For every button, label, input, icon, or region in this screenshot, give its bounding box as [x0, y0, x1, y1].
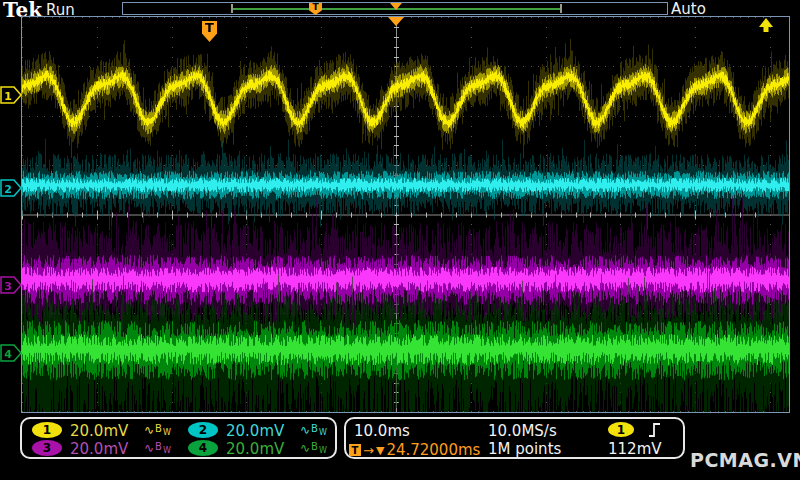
channel-4-badge: 4	[188, 440, 218, 456]
svg-text:3: 3	[4, 280, 12, 293]
channel-3-position-marker[interactable]: 3	[0, 276, 23, 294]
channel-4-scale: 20.0mV	[226, 440, 284, 458]
acquisition-preview-bar: T	[122, 2, 668, 15]
time-per-division: 10.0ms	[354, 422, 410, 440]
expansion-point-icon[interactable]	[388, 17, 404, 26]
trigger-delay-readout: T → ▼ 24.72000ms	[349, 441, 480, 459]
trigger-level-value: 112mV	[608, 440, 662, 458]
channel-4-position-marker[interactable]: 4	[0, 344, 23, 362]
sample-rate: 10.0MS/s	[488, 422, 557, 440]
svg-text:2: 2	[4, 183, 12, 196]
trigger-level-offscreen-arrow-icon[interactable]	[758, 18, 774, 33]
horizontal-trigger-readout-box: 10.0ms 10.0MS/s 1 T → ▼ 24.72000ms 1M po…	[344, 417, 685, 459]
pcmag-watermark: PCMAG.VN	[690, 449, 800, 471]
waveform-canvas	[22, 17, 789, 412]
graticule: T	[21, 16, 790, 413]
trigger-t-icon: T	[349, 444, 361, 456]
channel-4-coupling-bandwidth-icon: ∿BW	[300, 441, 328, 455]
delay-arrow-icon: →	[363, 443, 374, 458]
channel-1-coupling-bandwidth-icon: ∿BW	[144, 423, 172, 437]
trigger-slope-rising-icon	[648, 422, 661, 438]
channel-3-coupling-bandwidth-icon: ∿BW	[144, 441, 172, 455]
bar-expansion-point-icon[interactable]	[390, 3, 402, 10]
channel-2-coupling-bandwidth-icon: ∿BW	[300, 423, 328, 437]
delay-triangle-icon: ▼	[376, 444, 384, 457]
channel-2-badge: 2	[188, 422, 218, 438]
channel-2-scale: 20.0mV	[226, 422, 284, 440]
channel-2-position-marker[interactable]: 2	[0, 179, 23, 197]
trigger-delay-value: 24.72000ms	[386, 441, 480, 459]
channel-readout-box: 1 20.0mV ∿BW 2 20.0mV ∿BW 3 20.0mV ∿BW 4…	[20, 417, 337, 459]
channel-1-badge: 1	[32, 422, 62, 438]
channel-3-badge: 3	[32, 440, 62, 456]
svg-text:4: 4	[4, 348, 12, 361]
record-length: 1M points	[488, 440, 561, 458]
svg-text:1: 1	[4, 90, 12, 103]
trigger-source-badge: 1	[608, 422, 634, 437]
record-window-bracket-right	[560, 4, 562, 13]
channel-1-scale: 20.0mV	[70, 422, 128, 440]
bar-trigger-position-marker[interactable]: T	[309, 3, 322, 15]
oscilloscope-screen: Tek Run Auto T T 1 2 3 4	[0, 0, 800, 480]
channel-3-scale: 20.0mV	[70, 440, 128, 458]
channel-1-position-marker[interactable]: 1	[0, 86, 23, 104]
